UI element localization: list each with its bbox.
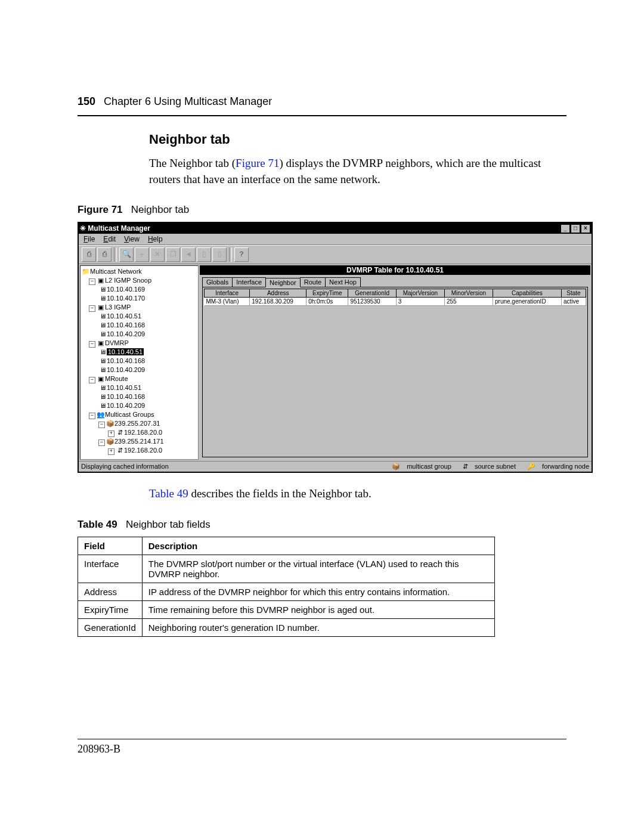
- tree-item[interactable]: 🖥10.10.40.168: [82, 392, 198, 401]
- device-icon: ▣: [97, 276, 105, 285]
- header-rule: [78, 115, 566, 116]
- neighbor-grid[interactable]: Interface Address ExpiryTime GenerationI…: [204, 289, 586, 306]
- figure-xref[interactable]: Figure 71: [236, 157, 279, 169]
- col-major[interactable]: MajorVersion: [396, 289, 444, 298]
- status-text: Displaying cached information: [81, 463, 169, 470]
- mcast-icon: 📦: [106, 437, 114, 446]
- minimize-icon[interactable]: _: [561, 224, 570, 233]
- mcast-icon: 📦: [392, 463, 400, 470]
- tree-item[interactable]: 🖥10.10.40.51: [82, 383, 198, 392]
- expand-icon[interactable]: +: [108, 448, 114, 455]
- host-icon: 🖥: [98, 312, 107, 321]
- tree-group[interactable]: −▣MRoute: [82, 374, 198, 383]
- menubar[interactable]: File Edit View Help: [79, 234, 592, 245]
- menu-help[interactable]: Help: [148, 235, 163, 243]
- tree-item[interactable]: 🖥10.10.40.209: [82, 330, 198, 339]
- tree-group[interactable]: −▣DVMRP: [82, 339, 198, 348]
- expand-icon[interactable]: +: [108, 431, 114, 437]
- tree-mcgroup[interactable]: −📦239.255.214.171: [82, 437, 198, 446]
- toolbar-doc-icon[interactable]: ▯: [197, 247, 211, 262]
- running-head: 150 Chapter 6 Using Multicast Manager: [78, 95, 566, 108]
- device-icon: ▣: [97, 303, 105, 312]
- tree-item[interactable]: 🖥10.10.40.209: [82, 366, 198, 374]
- col-caps[interactable]: Capabilities: [493, 289, 561, 298]
- tab-nexthop[interactable]: Next Hop: [325, 277, 361, 287]
- tab-strip[interactable]: Globals Interface Neighbor Route Next Ho…: [202, 277, 588, 287]
- tab-globals[interactable]: Globals: [202, 277, 233, 287]
- collapse-icon[interactable]: −: [98, 422, 105, 428]
- table-row: InterfaceThe DVMRP slot/port number or t…: [78, 555, 495, 583]
- tree-item[interactable]: 🖥10.10.40.168: [82, 321, 198, 330]
- collapse-icon[interactable]: −: [89, 278, 95, 285]
- doc-number: 208963-B: [78, 743, 120, 755]
- menu-edit[interactable]: Edit: [103, 235, 116, 243]
- tree-group[interactable]: −▣L2 IGMP Snoop: [82, 276, 198, 285]
- toolbar-back-icon[interactable]: ◄: [181, 247, 196, 262]
- tree-mcgroup[interactable]: −📦239.255.207.31: [82, 419, 198, 428]
- tree-group[interactable]: −▣L3 IGMP: [82, 303, 198, 312]
- group-icon: 👥: [97, 410, 105, 419]
- col-minor[interactable]: MinorVersion: [444, 289, 493, 298]
- section-title: Neighbor tab: [149, 132, 566, 147]
- host-icon: 🖥: [98, 357, 107, 366]
- toolbar-add-icon[interactable]: ＋: [135, 247, 149, 262]
- tree-item[interactable]: 🖥10.10.40.168: [82, 357, 198, 366]
- toolbar-print-icon[interactable]: ⎙: [97, 247, 112, 262]
- collapse-icon[interactable]: −: [89, 305, 95, 312]
- col-state[interactable]: State: [561, 289, 586, 298]
- device-icon: ▣: [97, 339, 105, 348]
- page-number: 150: [78, 95, 95, 108]
- toolbar-help-icon[interactable]: ？: [234, 247, 249, 262]
- col-interface[interactable]: Interface: [205, 289, 250, 298]
- menu-file[interactable]: File: [83, 235, 95, 243]
- tree-item[interactable]: 🖥10.10.40.51: [82, 312, 198, 321]
- host-icon: 🖥: [98, 330, 107, 339]
- toolbar-open-icon[interactable]: ⎙: [82, 247, 96, 262]
- th-field: Field: [78, 537, 143, 555]
- collapse-icon[interactable]: −: [89, 341, 95, 348]
- footer: 208963-B: [78, 739, 566, 755]
- col-address[interactable]: Address: [250, 289, 306, 298]
- tree-item[interactable]: 🖥10.10.40.170: [82, 294, 198, 303]
- host-icon: 🖥: [98, 401, 107, 410]
- tree-item[interactable]: 🖥10.10.40.209: [82, 401, 198, 410]
- toolbar-zoom-icon[interactable]: 🔍: [119, 247, 134, 262]
- table-xref[interactable]: Table 49: [149, 487, 188, 500]
- close-icon[interactable]: ×: [581, 224, 590, 233]
- collapse-icon[interactable]: −: [98, 439, 105, 446]
- tree-item[interactable]: 🖥10.10.40.169: [82, 285, 198, 294]
- legend: 📦 multicast group ⇵ source subnet 🔑 forw…: [382, 463, 589, 470]
- col-genid[interactable]: GenerationId: [348, 289, 396, 298]
- host-icon: 🖥: [98, 285, 107, 294]
- tree-subnet[interactable]: +⇵192.168.20.0: [82, 446, 198, 455]
- tree-root[interactable]: 📁Multicast Network: [82, 267, 198, 276]
- window-titlebar: ✳ Multicast Manager _□×: [79, 223, 592, 234]
- th-desc: Description: [142, 537, 494, 555]
- tree-group[interactable]: −👥Multicast Groups: [82, 410, 198, 419]
- window-buttons[interactable]: _□×: [560, 224, 590, 233]
- tree-subnet[interactable]: +⇵192.168.20.0: [82, 428, 198, 437]
- table-row: AddressIP address of the DVMRP neighbor …: [78, 583, 495, 600]
- toolbar: ⎙ ⎙ 🔍 ＋ ✕ ❐ ◄ ▯ ▯ ？: [79, 245, 592, 264]
- tab-interface[interactable]: Interface: [232, 277, 266, 287]
- node-icon: 🔑: [527, 463, 535, 470]
- tree-item-selected[interactable]: 🖥10.10.40.51: [82, 348, 198, 357]
- col-expiry[interactable]: ExpiryTime: [306, 289, 348, 298]
- toolbar-delete-icon[interactable]: ✕: [150, 247, 165, 262]
- host-icon: 🖥: [98, 348, 107, 357]
- tab-body: Interface Address ExpiryTime GenerationI…: [202, 287, 588, 457]
- tab-route[interactable]: Route: [300, 277, 326, 287]
- toolbar-copy-icon[interactable]: ❐: [166, 247, 180, 262]
- toolbar-doc2-icon[interactable]: ▯: [212, 247, 227, 262]
- collapse-icon[interactable]: −: [89, 377, 95, 383]
- maximize-icon[interactable]: □: [571, 224, 580, 233]
- tree-pane[interactable]: 📁Multicast Network −▣L2 IGMP Snoop 🖥10.1…: [80, 265, 199, 460]
- mcast-icon: 📦: [106, 419, 114, 428]
- collapse-icon[interactable]: −: [89, 413, 95, 419]
- grid-row[interactable]: MM-3 (Vlan) 192.168.30.209 0h:0m:0s 9512…: [205, 298, 586, 306]
- host-icon: 🖥: [98, 294, 107, 303]
- table-row: ExpiryTimeTime remaining before this DVM…: [78, 600, 495, 618]
- figure-caption: Figure 71 Neighbor tab: [78, 204, 566, 216]
- tab-neighbor[interactable]: Neighbor: [265, 278, 301, 287]
- menu-view[interactable]: View: [124, 235, 140, 243]
